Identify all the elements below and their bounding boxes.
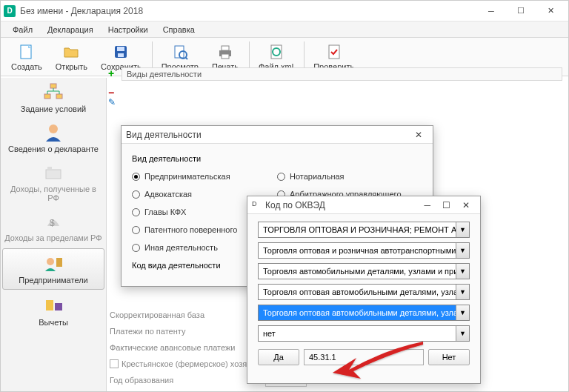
sidebar-item-label: Задание условий (21, 104, 86, 113)
menu-file[interactable]: Файл (5, 23, 40, 36)
new-file-icon (18, 43, 36, 61)
dialog-okved-title: D Код по ОКВЭД ─ ☐ ✕ (247, 196, 480, 214)
income-foreign-icon: $ (43, 211, 64, 232)
farm-checkbox[interactable] (110, 359, 119, 368)
titlebar: D Без имени - Декларация 2018 ─ ☐ ✕ (1, 1, 568, 21)
dialog-activity-title: Вид деятельности ✕ (122, 126, 433, 144)
dialog-okved-min[interactable]: ─ (418, 200, 436, 210)
sidebar-item-income-rf[interactable]: Доходы, полученные в РФ (1, 158, 106, 207)
sidebar-item-entrepreneurs[interactable]: Предприниматели (2, 248, 104, 290)
list-header: Виды деятельности (122, 67, 562, 81)
combo-text: Торговля оптовая автомобильными деталями… (259, 285, 456, 299)
add-button[interactable]: + (108, 67, 114, 79)
okved-combo-2[interactable]: Торговля оптовая и розничная автотранспо… (258, 242, 470, 259)
svg-rect-22 (46, 300, 53, 310)
chevron-down-icon: ▼ (456, 285, 469, 299)
patent-pay-label: Платежи по патенту (110, 327, 265, 336)
okved-combo-1[interactable]: ТОРГОВЛЯ ОПТОВАЯ И РОЗНИЧНАЯ; РЕМОНТ АВТ… (258, 222, 470, 238)
check-icon (325, 43, 343, 61)
radio-notary[interactable]: Нотариальная (277, 167, 422, 185)
chevron-down-icon: ▼ (456, 326, 469, 341)
radio-icon (277, 173, 285, 181)
radio-label: Предпринимательская (144, 172, 230, 181)
chevron-down-icon: ▼ (456, 243, 469, 258)
maximize-button[interactable]: ☐ (506, 2, 536, 20)
main-window: D Без имени - Декларация 2018 ─ ☐ ✕ Файл… (0, 0, 569, 392)
dialog-okved-close[interactable]: ✕ (456, 200, 476, 210)
radio-label: Патентного поверенного (144, 225, 237, 234)
radio-label: Главы КФХ (144, 207, 186, 216)
corr-base-label: Скорректированная база (110, 310, 265, 319)
radio-label: Нотариальная (290, 172, 345, 181)
toolbar-open-label: Открыть (56, 62, 87, 71)
combo-text: ТОРГОВЛЯ ОПТОВАЯ И РОЗНИЧНАЯ; РЕМОНТ АВТ… (259, 222, 456, 237)
menu-settings[interactable]: Настройки (101, 23, 156, 36)
activity-group-label: Вид деятельности (132, 154, 422, 163)
svg-rect-18 (47, 167, 52, 170)
dialog-okved-max[interactable]: ☐ (436, 200, 456, 210)
income-rf-icon (43, 162, 64, 183)
svg-rect-21 (56, 258, 62, 267)
minimize-button[interactable]: ─ (476, 2, 506, 20)
dialog-activity-title-text: Вид деятельности (126, 130, 202, 140)
app-icon: D (4, 5, 16, 17)
sidebar-item-income-foreign[interactable]: $ Доходы за пределами РФ (1, 207, 106, 247)
menubar: Файл Декларация Настройки Справка (1, 21, 568, 38)
svg-rect-23 (55, 303, 62, 310)
radio-icon (132, 244, 140, 252)
okved-combo-6[interactable]: нет▼ (258, 325, 470, 342)
radio-entrepreneur[interactable]: Предпринимательская (132, 167, 277, 185)
entrepreneurs-icon (43, 253, 64, 274)
sidebar-item-label: Доходы за пределами РФ (4, 233, 102, 242)
menu-help[interactable]: Справка (156, 23, 202, 36)
sidebar-item-label: Сведения о декларанте (8, 144, 99, 153)
sidebar: Задание условий Сведения о декларанте До… (1, 78, 107, 391)
dialog-okved-body: ТОРГОВЛЯ ОПТОВАЯ И РОЗНИЧНАЯ; РЕМОНТ АВТ… (247, 214, 480, 373)
preview-icon (171, 43, 189, 61)
year-est-label: Год образования (110, 376, 265, 385)
sidebar-item-conditions[interactable]: Задание условий (1, 78, 106, 118)
svg-rect-15 (56, 94, 62, 99)
sidebar-item-deductions[interactable]: Вычеты (1, 291, 106, 331)
svg-rect-17 (46, 170, 61, 179)
save-icon (112, 43, 130, 61)
toolbar-open[interactable]: Открыть (50, 41, 93, 73)
window-controls: ─ ☐ ✕ (476, 2, 565, 20)
combo-text: Торговля оптовая автомобильными деталями… (259, 305, 456, 320)
chevron-down-icon: ▼ (456, 264, 469, 279)
dialog-okved: D Код по ОКВЭД ─ ☐ ✕ ТОРГОВЛЯ ОПТОВАЯ И … (247, 196, 481, 384)
combo-text: Торговля оптовая и розничная автотранспо… (259, 243, 456, 258)
okved-no-button[interactable]: Нет (428, 349, 470, 365)
combo-text: нет (259, 326, 456, 341)
svg-point-20 (47, 258, 54, 265)
chevron-down-icon: ▼ (456, 305, 469, 320)
svg-rect-3 (118, 53, 124, 57)
conditions-icon (43, 82, 64, 103)
okved-ok-button[interactable]: Да (258, 349, 299, 365)
dialog-activity-close[interactable]: ✕ (409, 130, 428, 140)
edit-button[interactable]: ✎ (108, 97, 116, 107)
sidebar-item-label: Вычеты (39, 318, 68, 327)
svg-rect-9 (222, 54, 229, 59)
okved-combo-3[interactable]: Торговля автомобильными деталями, узлами… (258, 263, 470, 279)
okved-combo-5[interactable]: Торговля оптовая автомобильными деталями… (258, 305, 470, 321)
menu-declaration[interactable]: Декларация (40, 23, 101, 36)
dialog-okved-title-text: Код по ОКВЭД (265, 200, 325, 210)
svg-rect-12 (329, 45, 339, 59)
declarant-icon (43, 122, 64, 143)
okved-combo-4[interactable]: Торговля оптовая автомобильными деталями… (258, 284, 470, 300)
open-folder-icon (62, 43, 80, 61)
toolbar-create[interactable]: Создать (5, 41, 48, 73)
svg-text:$: $ (50, 218, 55, 228)
svg-rect-8 (222, 46, 229, 50)
close-button[interactable]: ✕ (536, 2, 565, 20)
okved-code-input[interactable]: 45.31.1 (304, 349, 424, 365)
combo-text: Торговля автомобильными деталями, узлами… (259, 264, 456, 279)
app-icon: D (252, 200, 262, 210)
svg-rect-13 (50, 84, 56, 88)
radio-label: Иная деятельность (144, 243, 218, 252)
sidebar-item-declarant[interactable]: Сведения о декларанте (1, 118, 106, 158)
svg-rect-2 (117, 47, 124, 51)
window-title: Без имени - Декларация 2018 (20, 6, 476, 16)
svg-rect-14 (44, 94, 50, 99)
